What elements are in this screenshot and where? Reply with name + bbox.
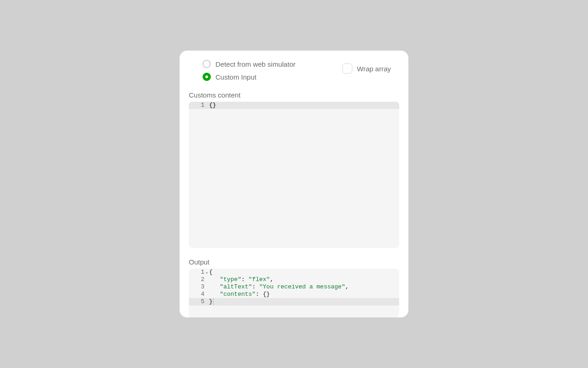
output-label: Output xyxy=(189,258,395,266)
line-number: 1 xyxy=(189,102,207,109)
line-number: 4 xyxy=(189,291,207,298)
radio-icon xyxy=(203,60,211,68)
top-controls-row: Detect from web simulator Custom Input W… xyxy=(193,60,395,81)
editor-line: 4 "contents": {} xyxy=(189,291,399,298)
output-editor[interactable]: 1▾ { 2 "type": "flex", 3 "altText": "You… xyxy=(189,269,399,317)
checkbox-label: Wrap array xyxy=(357,65,391,73)
customs-content-label: Customs content xyxy=(189,91,395,99)
code-content: { xyxy=(207,269,399,276)
editor-line: 2 "type": "flex", xyxy=(189,276,399,283)
input-source-radio-group: Detect from web simulator Custom Input xyxy=(193,60,295,81)
radio-label: Custom Input xyxy=(215,73,256,81)
code-content: "type": "flex", xyxy=(207,276,399,283)
radio-custom-option[interactable]: Custom Input xyxy=(203,73,295,81)
cursor-icon xyxy=(213,298,214,305)
checkbox-icon xyxy=(342,63,352,74)
line-number: 2 xyxy=(189,276,207,283)
code-content: {} xyxy=(207,102,399,109)
editor-line: 5 } xyxy=(189,298,399,305)
line-number: 5 xyxy=(189,298,207,305)
radio-icon xyxy=(203,73,211,81)
code-content: "altText": "You received a message", xyxy=(207,283,399,291)
editor-line: 1▾ { xyxy=(189,269,399,276)
line-number: 1▾ xyxy=(189,269,207,276)
editor-line: 3 "altText": "You received a message", xyxy=(189,283,399,291)
customs-content-editor[interactable]: 1 {} xyxy=(189,102,399,248)
code-content: "contents": {} xyxy=(207,291,399,298)
wrap-array-checkbox[interactable]: Wrap array xyxy=(342,63,391,74)
editor-line: 1 {} xyxy=(189,102,399,109)
radio-detect-option[interactable]: Detect from web simulator xyxy=(203,60,295,68)
radio-label: Detect from web simulator xyxy=(215,60,295,68)
code-content: } xyxy=(207,298,399,305)
config-card: Detect from web simulator Custom Input W… xyxy=(180,51,408,317)
line-number: 3 xyxy=(189,283,207,291)
